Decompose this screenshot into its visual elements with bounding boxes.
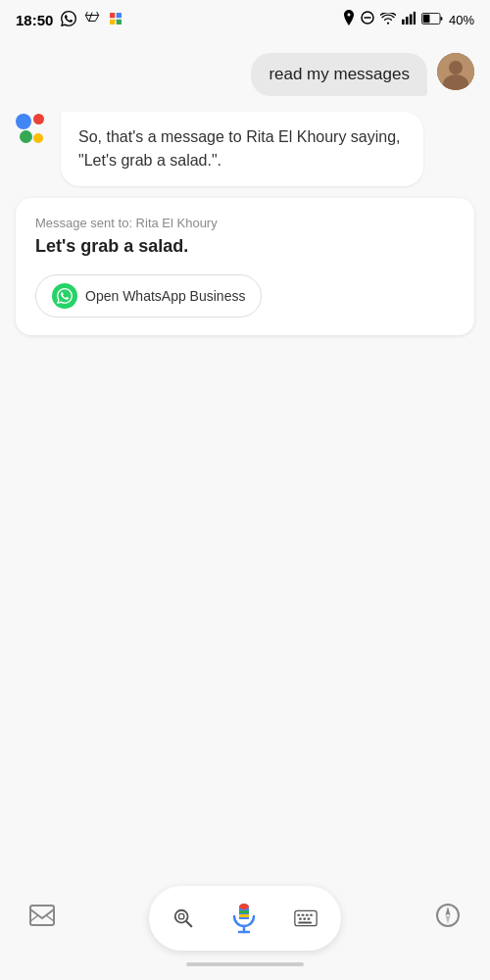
google-dot-blue xyxy=(16,114,31,129)
toolbar-pill xyxy=(149,886,341,951)
status-left: 18:50 xyxy=(16,11,123,29)
svg-rect-9 xyxy=(414,12,416,24)
user-message-row: read my messages xyxy=(16,53,474,96)
svg-rect-31 xyxy=(306,914,309,916)
svg-rect-30 xyxy=(302,914,305,916)
svg-rect-1 xyxy=(117,13,122,18)
svg-rect-24 xyxy=(239,904,249,909)
svg-rect-36 xyxy=(298,921,312,923)
drive-status-icon xyxy=(84,12,100,28)
avatar xyxy=(437,53,474,90)
google-dot-red xyxy=(33,114,44,124)
svg-marker-38 xyxy=(446,906,451,915)
svg-rect-27 xyxy=(239,917,249,919)
home-indicator xyxy=(186,962,304,966)
open-whatsapp-button[interactable]: Open WhatsApp Business xyxy=(35,274,262,318)
compass-button[interactable] xyxy=(435,903,461,934)
google-dot-yellow xyxy=(33,133,43,143)
svg-rect-26 xyxy=(239,914,249,917)
svg-point-13 xyxy=(449,61,463,74)
status-bar: 18:50 xyxy=(0,0,490,39)
svg-line-19 xyxy=(186,921,191,926)
svg-rect-11 xyxy=(423,15,430,23)
chat-area: read my messages So, that's a message to… xyxy=(0,39,490,186)
svg-rect-15 xyxy=(30,906,54,925)
wifi-icon xyxy=(380,11,396,28)
dnd-icon xyxy=(361,11,374,28)
google-dot-green xyxy=(20,130,32,143)
svg-line-17 xyxy=(46,915,54,921)
svg-line-16 xyxy=(30,915,38,921)
svg-rect-2 xyxy=(110,19,115,24)
svg-rect-0 xyxy=(110,13,115,18)
svg-rect-29 xyxy=(297,914,300,916)
assistant-bubble: So, that's a message to Rita El Khoury s… xyxy=(61,112,423,186)
keyboard-button[interactable] xyxy=(294,909,318,927)
whatsapp-business-icon xyxy=(52,283,77,309)
assistant-row: So, that's a message to Rita El Khoury s… xyxy=(16,112,474,186)
bottom-bar xyxy=(0,872,490,980)
signal-icon xyxy=(402,11,416,28)
toolbar-row xyxy=(0,872,490,951)
svg-rect-7 xyxy=(406,17,409,24)
status-time: 18:50 xyxy=(16,12,53,28)
card-message-text: Let's grab a salad. xyxy=(35,236,455,257)
message-card: Message sent to: Rita El Khoury Let's gr… xyxy=(16,198,474,335)
battery-text: 40% xyxy=(449,13,474,27)
svg-rect-25 xyxy=(239,910,249,913)
svg-rect-8 xyxy=(410,15,413,25)
svg-marker-39 xyxy=(446,915,451,924)
location-icon xyxy=(343,10,355,29)
photos-status-icon xyxy=(108,11,123,29)
whatsapp-status-icon xyxy=(61,11,76,29)
mail-icon[interactable] xyxy=(29,905,55,932)
battery-icon xyxy=(421,11,443,28)
svg-rect-32 xyxy=(310,914,313,916)
svg-rect-35 xyxy=(308,918,311,920)
open-whatsapp-label: Open WhatsApp Business xyxy=(85,288,245,304)
svg-point-20 xyxy=(178,913,184,919)
mic-button[interactable] xyxy=(221,896,267,941)
lens-button[interactable] xyxy=(172,907,194,929)
google-assistant-logo xyxy=(16,114,51,149)
user-bubble: read my messages xyxy=(251,53,427,96)
svg-rect-34 xyxy=(303,918,306,920)
svg-rect-3 xyxy=(117,19,122,24)
card-subtitle: Message sent to: Rita El Khoury xyxy=(35,216,455,230)
svg-rect-6 xyxy=(402,20,405,24)
status-right: 40% xyxy=(343,10,474,29)
svg-rect-33 xyxy=(299,918,302,920)
